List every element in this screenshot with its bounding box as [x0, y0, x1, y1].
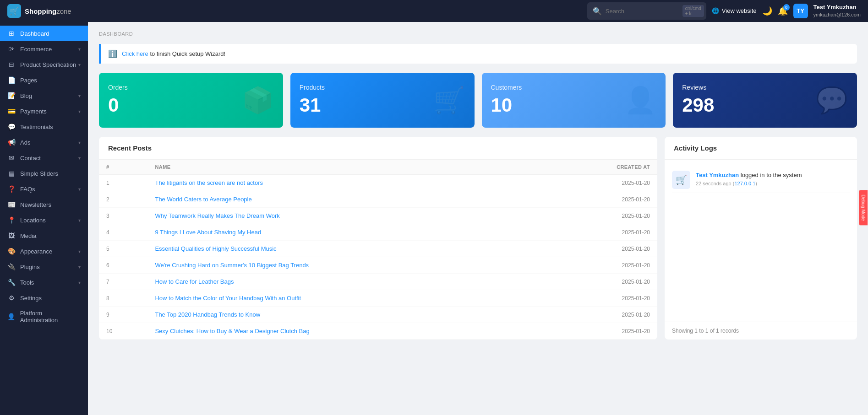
chevron-icon: ▾ — [78, 47, 81, 52]
activity-text: Test Ymkuzhan logged in to the system — [696, 171, 802, 180]
post-name: The Top 2020 Handbag Trends to Know — [147, 307, 544, 323]
setup-link[interactable]: Click here — [122, 50, 148, 57]
logo-icon: 🛒 — [7, 4, 21, 18]
post-date: 2025-01-20 — [545, 208, 657, 224]
chevron-icon: ▾ — [78, 187, 81, 192]
sidebar-icon-blog: 📝 — [7, 92, 16, 99]
user-email: ymkuzhan@126.com — [813, 11, 861, 18]
post-link[interactable]: The litigants on the screen are not acto… — [155, 179, 263, 186]
post-name: Essential Qualities of Highly Successful… — [147, 241, 544, 257]
stat-bg-icon-products: 🛒 — [433, 85, 465, 115]
sidebar-icon-plugins: 🔌 — [7, 263, 16, 270]
sidebar-label-plugins: Plugins — [20, 264, 40, 270]
sidebar-label-platform-administration: Platform Administration — [20, 310, 81, 323]
post-num: 7 — [99, 274, 147, 290]
post-link[interactable]: How to Match the Color of Your Handbag W… — [155, 295, 301, 302]
stat-card-products[interactable]: Products 31 🛒 — [290, 73, 475, 128]
sidebar-label-appearance: Appearance — [20, 248, 52, 255]
chevron-icon: ▾ — [78, 62, 81, 67]
stat-card-customers[interactable]: Customers 10 👤 — [482, 73, 666, 128]
search-input[interactable] — [606, 8, 679, 15]
sidebar-icon-settings: ⚙ — [7, 294, 16, 302]
post-date: 2025-01-20 — [545, 290, 657, 307]
setup-banner[interactable]: ℹ️ Click here to finish Quick setup Wiza… — [99, 44, 857, 64]
sidebar-label-faqs: FAQs — [20, 186, 35, 193]
sidebar-item-appearance[interactable]: 🎨 Appearance ▾ — [0, 243, 88, 259]
sidebar-item-simple-sliders[interactable]: ▤ Simple Sliders — [0, 166, 88, 181]
sidebar-item-faqs[interactable]: ❓ FAQs ▾ — [0, 181, 88, 197]
post-link[interactable]: The World Caters to Average People — [155, 196, 251, 203]
chevron-icon: ▾ — [78, 140, 81, 145]
sidebar-item-blog[interactable]: 📝 Blog ▾ — [0, 88, 88, 103]
col-header-0: # — [99, 160, 147, 175]
post-link[interactable]: 9 Things I Love About Shaving My Head — [155, 229, 261, 236]
notifications-button[interactable]: 🔔 0 — [778, 6, 788, 16]
sidebar-item-left: ▤ Simple Sliders — [7, 170, 58, 177]
sidebar-item-payments[interactable]: 💳 Payments ▾ — [0, 103, 88, 119]
sidebar-icon-newsletters: 📰 — [7, 201, 16, 208]
sidebar-item-dashboard[interactable]: ⊞ Dashboard — [0, 26, 88, 41]
post-name: 9 Things I Love About Shaving My Head — [147, 224, 544, 241]
table-row: 3 Why Teamwork Really Makes The Dream Wo… — [99, 208, 657, 224]
breadcrumb: DASHBOARD — [99, 31, 857, 37]
sidebar-item-platform-administration[interactable]: 👤 Platform Administration — [0, 306, 88, 328]
sidebar-icon-product-specification: ⊟ — [7, 61, 16, 68]
post-num: 3 — [99, 208, 147, 224]
post-num: 8 — [99, 290, 147, 307]
sidebar-item-product-specification[interactable]: ⊟ Product Specification ▾ — [0, 57, 88, 72]
main-content: DASHBOARD ℹ️ Click here to finish Quick … — [88, 22, 868, 415]
activity-user[interactable]: Test Ymkuzhan — [696, 172, 739, 178]
view-website-button[interactable]: 🌐 View website — [712, 7, 757, 14]
sidebar-icon-pages: 📄 — [7, 76, 16, 84]
sidebar-label-simple-sliders: Simple Sliders — [20, 170, 58, 177]
debug-mode-tab[interactable]: Debug Mode — [859, 190, 868, 225]
sidebar-item-locations[interactable]: 📍 Locations ▾ — [0, 212, 88, 228]
sidebar-item-left: ⊟ Product Specification — [7, 61, 76, 68]
sidebar-item-left: 💬 Testimonials — [7, 123, 53, 130]
sidebar-item-ads[interactable]: 📢 Ads ▾ — [0, 135, 88, 150]
post-link[interactable]: We're Crushing Hard on Summer's 10 Bigge… — [155, 262, 309, 269]
post-link[interactable]: How to Care for Leather Bags — [155, 278, 234, 285]
sidebar-item-plugins[interactable]: 🔌 Plugins ▾ — [0, 259, 88, 275]
sidebar-item-contact[interactable]: ✉ Contact ▾ — [0, 150, 88, 166]
sidebar-item-media[interactable]: 🖼 Media — [0, 228, 88, 243]
sidebar-item-ecommerce[interactable]: 🛍 Ecommerce ▾ — [0, 41, 88, 57]
table-row: 5 Essential Qualities of Highly Successf… — [99, 241, 657, 257]
post-link[interactable]: The Top 2020 Handbag Trends to Know — [155, 311, 260, 318]
chevron-icon: ▾ — [78, 218, 81, 223]
bottom-grid: Recent Posts #NAMECREATED AT 1 The litig… — [99, 137, 857, 340]
sidebar-item-newsletters[interactable]: 📰 Newsletters — [0, 197, 88, 212]
sidebar: ⊞ Dashboard 🛍 Ecommerce ▾ ⊟ Product Spec… — [0, 22, 88, 415]
globe-icon: 🌐 — [712, 7, 719, 14]
sidebar-item-left: 👤 Platform Administration — [7, 310, 81, 323]
sidebar-item-tools[interactable]: 🔧 Tools ▾ — [0, 275, 88, 290]
user-avatar[interactable]: TY — [793, 4, 808, 18]
stat-bg-icon-orders: 📦 — [242, 85, 274, 115]
sidebar-label-settings: Settings — [20, 295, 42, 302]
sidebar-icon-dashboard: ⊞ — [7, 30, 16, 37]
post-name: Why Teamwork Really Makes The Dream Work — [147, 208, 544, 224]
dark-mode-toggle[interactable]: 🌙 — [762, 6, 772, 16]
post-name: How to Match the Color of Your Handbag W… — [147, 290, 544, 307]
post-link[interactable]: Essential Qualities of Highly Successful… — [155, 245, 276, 252]
recent-posts-panel: Recent Posts #NAMECREATED AT 1 The litig… — [99, 137, 657, 340]
chevron-icon: ▾ — [78, 109, 81, 114]
setup-banner-text: Click here to finish Quick setup Wizard! — [122, 50, 225, 57]
info-icon: ℹ️ — [108, 49, 117, 58]
post-link[interactable]: Why Teamwork Really Makes The Dream Work — [155, 212, 279, 219]
sidebar-item-settings[interactable]: ⚙ Settings — [0, 290, 88, 306]
activity-logs-panel: Activity Logs 🛒 Test Ymkuzhan logged in … — [665, 137, 857, 340]
sidebar-item-testimonials[interactable]: 💬 Testimonials — [0, 119, 88, 135]
sidebar-icon-simple-sliders: ▤ — [7, 170, 16, 177]
app-logo[interactable]: 🛒 Shoppingzone — [7, 4, 85, 18]
stat-bg-icon-customers: 👤 — [624, 85, 656, 115]
sidebar-item-pages[interactable]: 📄 Pages — [0, 72, 88, 88]
search-icon: 🔍 — [593, 7, 602, 16]
stat-card-orders[interactable]: Orders 0 📦 — [99, 73, 283, 128]
post-link[interactable]: Sexy Clutches: How to Buy & Wear a Desig… — [155, 328, 309, 334]
sidebar-icon-media: 🖼 — [7, 232, 16, 239]
stat-card-reviews[interactable]: Reviews 298 💬 — [673, 73, 857, 128]
activity-footer: Showing 1 to 1 of 1 records — [665, 322, 857, 340]
post-num: 9 — [99, 307, 147, 323]
sidebar-item-left: 📢 Ads — [7, 139, 30, 146]
